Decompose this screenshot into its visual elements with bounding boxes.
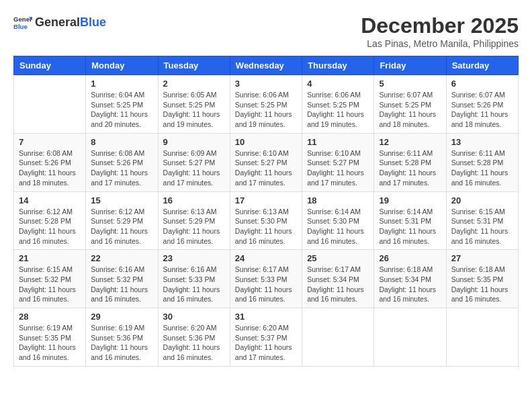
day-info: Sunrise: 6:11 AM Sunset: 5:28 PM Dayligh…	[451, 148, 513, 188]
day-info: Sunrise: 6:20 AM Sunset: 5:37 PM Dayligh…	[235, 323, 297, 363]
day-info: Sunrise: 6:10 AM Sunset: 5:27 PM Dayligh…	[235, 148, 297, 188]
svg-text:General: General	[13, 15, 32, 23]
col-friday: Friday	[374, 56, 446, 75]
calendar-table: Sunday Monday Tuesday Wednesday Thursday…	[13, 56, 519, 367]
day-info: Sunrise: 6:15 AM Sunset: 5:31 PM Dayligh…	[451, 207, 513, 246]
day-number: 25	[307, 253, 369, 263]
day-number: 30	[163, 312, 225, 322]
table-row: 18Sunrise: 6:14 AM Sunset: 5:30 PM Dayli…	[302, 191, 374, 250]
logo: General Blue GeneralBlue	[13, 13, 106, 32]
day-info: Sunrise: 6:17 AM Sunset: 5:33 PM Dayligh…	[235, 265, 297, 304]
day-number: 21	[19, 253, 81, 263]
day-info: Sunrise: 6:07 AM Sunset: 5:25 PM Dayligh…	[379, 90, 441, 130]
day-number: 10	[235, 137, 297, 147]
table-row: 26Sunrise: 6:18 AM Sunset: 5:34 PM Dayli…	[374, 250, 446, 308]
table-row: 6Sunrise: 6:07 AM Sunset: 5:26 PM Daylig…	[446, 75, 518, 134]
header: General Blue GeneralBlue December 2025 L…	[13, 13, 519, 49]
day-info: Sunrise: 6:13 AM Sunset: 5:30 PM Dayligh…	[235, 207, 297, 246]
day-number: 1	[91, 79, 152, 89]
day-info: Sunrise: 6:06 AM Sunset: 5:25 PM Dayligh…	[307, 90, 369, 130]
table-row: 4Sunrise: 6:06 AM Sunset: 5:25 PM Daylig…	[302, 75, 374, 134]
day-number: 12	[379, 137, 441, 147]
table-row: 29Sunrise: 6:19 AM Sunset: 5:36 PM Dayli…	[86, 308, 158, 367]
day-number: 29	[91, 312, 152, 322]
day-number: 19	[379, 195, 441, 205]
month-title: December 2025	[361, 13, 519, 38]
day-number: 8	[91, 137, 152, 147]
day-info: Sunrise: 6:12 AM Sunset: 5:28 PM Dayligh…	[19, 207, 81, 246]
day-info: Sunrise: 6:19 AM Sunset: 5:35 PM Dayligh…	[19, 323, 81, 363]
logo-blue-text: Blue	[80, 15, 106, 29]
day-info: Sunrise: 6:16 AM Sunset: 5:33 PM Dayligh…	[163, 265, 225, 304]
table-row: 8Sunrise: 6:08 AM Sunset: 5:26 PM Daylig…	[86, 133, 158, 191]
col-sunday: Sunday	[14, 56, 86, 75]
calendar-header-row: Sunday Monday Tuesday Wednesday Thursday…	[14, 56, 519, 75]
location-title: Las Pinas, Metro Manila, Philippines	[361, 38, 519, 49]
table-row	[374, 308, 446, 367]
day-number: 6	[451, 79, 513, 89]
svg-text:Blue: Blue	[13, 23, 28, 30]
day-info: Sunrise: 6:20 AM Sunset: 5:36 PM Dayligh…	[163, 323, 225, 363]
table-row: 14Sunrise: 6:12 AM Sunset: 5:28 PM Dayli…	[14, 191, 86, 250]
table-row: 11Sunrise: 6:10 AM Sunset: 5:27 PM Dayli…	[302, 133, 374, 191]
table-row: 2Sunrise: 6:05 AM Sunset: 5:25 PM Daylig…	[158, 75, 230, 134]
day-number: 5	[379, 79, 441, 89]
day-info: Sunrise: 6:14 AM Sunset: 5:30 PM Dayligh…	[307, 207, 369, 246]
day-info: Sunrise: 6:08 AM Sunset: 5:26 PM Dayligh…	[19, 148, 81, 188]
day-info: Sunrise: 6:13 AM Sunset: 5:29 PM Dayligh…	[163, 207, 225, 246]
logo-icon: General Blue	[13, 13, 32, 32]
table-row: 16Sunrise: 6:13 AM Sunset: 5:29 PM Dayli…	[158, 191, 230, 250]
calendar-week-row: 28Sunrise: 6:19 AM Sunset: 5:35 PM Dayli…	[14, 308, 519, 367]
day-info: Sunrise: 6:14 AM Sunset: 5:31 PM Dayligh…	[379, 207, 441, 246]
table-row: 30Sunrise: 6:20 AM Sunset: 5:36 PM Dayli…	[158, 308, 230, 367]
title-section: December 2025 Las Pinas, Metro Manila, P…	[361, 13, 519, 49]
table-row: 24Sunrise: 6:17 AM Sunset: 5:33 PM Dayli…	[230, 250, 302, 308]
day-number: 27	[451, 253, 513, 263]
day-info: Sunrise: 6:12 AM Sunset: 5:29 PM Dayligh…	[91, 207, 152, 246]
col-saturday: Saturday	[446, 56, 518, 75]
day-info: Sunrise: 6:09 AM Sunset: 5:27 PM Dayligh…	[163, 148, 225, 188]
col-wednesday: Wednesday	[230, 56, 302, 75]
day-info: Sunrise: 6:15 AM Sunset: 5:32 PM Dayligh…	[19, 265, 81, 304]
table-row	[446, 308, 518, 367]
table-row: 13Sunrise: 6:11 AM Sunset: 5:28 PM Dayli…	[446, 133, 518, 191]
table-row: 21Sunrise: 6:15 AM Sunset: 5:32 PM Dayli…	[14, 250, 86, 308]
day-number: 15	[91, 195, 152, 205]
calendar-week-row: 1Sunrise: 6:04 AM Sunset: 5:25 PM Daylig…	[14, 75, 519, 134]
col-tuesday: Tuesday	[158, 56, 230, 75]
day-number: 2	[163, 79, 225, 89]
table-row: 27Sunrise: 6:18 AM Sunset: 5:35 PM Dayli…	[446, 250, 518, 308]
table-row: 5Sunrise: 6:07 AM Sunset: 5:25 PM Daylig…	[374, 75, 446, 134]
table-row: 28Sunrise: 6:19 AM Sunset: 5:35 PM Dayli…	[14, 308, 86, 367]
day-number: 18	[307, 195, 369, 205]
table-row: 12Sunrise: 6:11 AM Sunset: 5:28 PM Dayli…	[374, 133, 446, 191]
day-info: Sunrise: 6:19 AM Sunset: 5:36 PM Dayligh…	[91, 323, 152, 363]
calendar-week-row: 14Sunrise: 6:12 AM Sunset: 5:28 PM Dayli…	[14, 191, 519, 250]
calendar-week-row: 7Sunrise: 6:08 AM Sunset: 5:26 PM Daylig…	[14, 133, 519, 191]
day-number: 31	[235, 312, 297, 322]
day-info: Sunrise: 6:08 AM Sunset: 5:26 PM Dayligh…	[91, 148, 152, 188]
day-info: Sunrise: 6:05 AM Sunset: 5:25 PM Dayligh…	[163, 90, 225, 130]
table-row: 25Sunrise: 6:17 AM Sunset: 5:34 PM Dayli…	[302, 250, 374, 308]
day-number: 16	[163, 195, 225, 205]
day-number: 11	[307, 137, 369, 147]
day-number: 24	[235, 253, 297, 263]
table-row: 3Sunrise: 6:06 AM Sunset: 5:25 PM Daylig…	[230, 75, 302, 134]
day-number: 22	[91, 253, 152, 263]
day-info: Sunrise: 6:04 AM Sunset: 5:25 PM Dayligh…	[91, 90, 152, 130]
day-number: 3	[235, 79, 297, 89]
table-row: 17Sunrise: 6:13 AM Sunset: 5:30 PM Dayli…	[230, 191, 302, 250]
table-row: 22Sunrise: 6:16 AM Sunset: 5:32 PM Dayli…	[86, 250, 158, 308]
table-row: 19Sunrise: 6:14 AM Sunset: 5:31 PM Dayli…	[374, 191, 446, 250]
day-info: Sunrise: 6:18 AM Sunset: 5:34 PM Dayligh…	[379, 265, 441, 304]
table-row: 23Sunrise: 6:16 AM Sunset: 5:33 PM Dayli…	[158, 250, 230, 308]
table-row: 9Sunrise: 6:09 AM Sunset: 5:27 PM Daylig…	[158, 133, 230, 191]
table-row: 10Sunrise: 6:10 AM Sunset: 5:27 PM Dayli…	[230, 133, 302, 191]
col-thursday: Thursday	[302, 56, 374, 75]
table-row: 7Sunrise: 6:08 AM Sunset: 5:26 PM Daylig…	[14, 133, 86, 191]
day-info: Sunrise: 6:18 AM Sunset: 5:35 PM Dayligh…	[451, 265, 513, 304]
table-row: 20Sunrise: 6:15 AM Sunset: 5:31 PM Dayli…	[446, 191, 518, 250]
day-info: Sunrise: 6:06 AM Sunset: 5:25 PM Dayligh…	[235, 90, 297, 130]
day-info: Sunrise: 6:07 AM Sunset: 5:26 PM Dayligh…	[451, 90, 513, 130]
table-row	[302, 308, 374, 367]
